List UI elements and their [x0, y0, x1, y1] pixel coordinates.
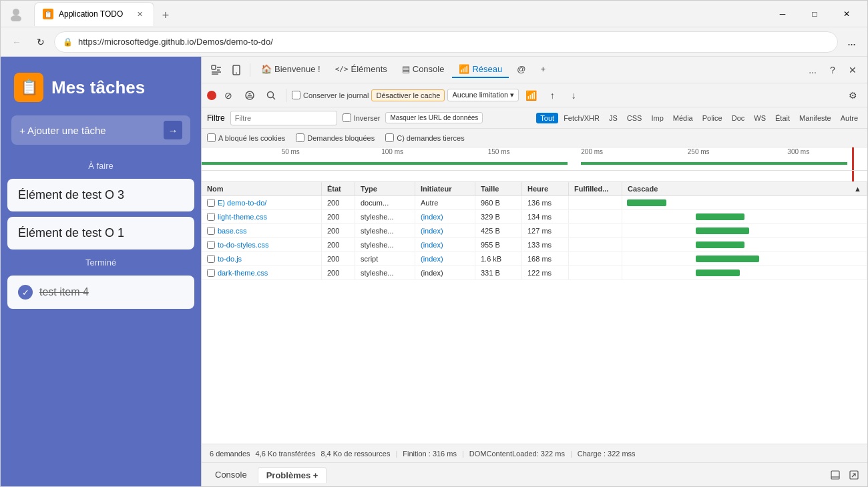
row-1-initiator: Autre	[415, 196, 475, 209]
tab-elements[interactable]: </> Éléments	[329, 61, 394, 78]
filter-imp[interactable]: Imp	[647, 113, 667, 123]
upload-icon[interactable]: ↑	[543, 86, 562, 105]
header-heure[interactable]: Heure	[522, 182, 569, 195]
svg-point-13	[268, 91, 274, 97]
tab-console[interactable]: ▤ Console	[395, 61, 451, 78]
maximize-button[interactable]: □	[799, 3, 830, 25]
search-network-icon[interactable]	[262, 86, 280, 105]
row-1-size: 960 B	[475, 196, 522, 209]
header-nom[interactable]: Nom	[202, 182, 322, 195]
devtools-panel: 🏠 Bienvenue ! </> Éléments ▤ Console 📶 R…	[201, 57, 867, 486]
refresh-button[interactable]: ↻	[30, 31, 51, 53]
task-item-1[interactable]: Élément de test O 3	[7, 179, 194, 211]
table-row[interactable]: to-do.js 200 script (index) 1.6 kB 168 m…	[202, 252, 867, 266]
blocked-cookies-checkbox[interactable]: A bloqué les cookies	[207, 133, 285, 142]
filter-doc[interactable]: Doc	[728, 113, 749, 123]
filter-ws[interactable]: WS	[750, 113, 770, 123]
browser-more-button[interactable]: ...	[841, 31, 862, 53]
row-2-name: light-theme.css	[202, 210, 322, 223]
tab-bienvenue[interactable]: 🏠 Bienvenue !	[254, 61, 327, 78]
row-5-checkbox[interactable]	[207, 255, 215, 263]
tab-close-button[interactable]: ✕	[134, 8, 146, 20]
filter-manifeste[interactable]: Manifeste	[795, 113, 835, 123]
task-item-done-1[interactable]: ✓ test item 4	[7, 276, 194, 309]
row-3-status: 200	[322, 224, 355, 237]
download-icon[interactable]: ↓	[564, 86, 583, 105]
filter-js[interactable]: JS	[605, 113, 622, 123]
keep-log-input[interactable]	[292, 91, 300, 99]
timeline-300ms: 300 ms	[787, 148, 809, 155]
throttle-dropdown[interactable]: Aucune limitation ▾	[447, 89, 519, 101]
undock-icon[interactable]	[846, 467, 862, 483]
add-task-arrow: →	[164, 121, 182, 139]
row-6-checkbox[interactable]	[207, 269, 215, 277]
wifi-simulate-icon[interactable]: 📶	[521, 86, 540, 105]
header-taille[interactable]: Taille	[475, 182, 522, 195]
row-3-name: base.css	[202, 224, 322, 237]
tab-title: Application TODO	[59, 9, 123, 19]
table-header: Nom État Type Initiateur Taille Heure Fu…	[202, 182, 867, 196]
network-settings-icon[interactable]: ⚙	[843, 86, 862, 105]
status-requests: 6 demandes	[210, 450, 250, 458]
row-3-type: styleshe...	[355, 224, 415, 237]
blocked-requests-checkbox[interactable]: Demandes bloquées	[296, 133, 375, 142]
keep-log-checkbox[interactable]: Conserver le journal	[292, 91, 369, 99]
hide-data-url-button[interactable]: Masquer les URL de données	[385, 112, 483, 123]
devtools-help-button[interactable]: ?	[823, 61, 842, 79]
network-filter-icon[interactable]	[240, 86, 259, 105]
row-2-fulfilled	[569, 210, 622, 223]
network-table[interactable]: Nom État Type Initiateur Taille Heure Fu…	[202, 182, 867, 444]
tab-plus[interactable]: +	[533, 61, 552, 78]
disable-cache-button[interactable]: Désactiver le cache	[371, 89, 445, 101]
row-4-checkbox[interactable]	[207, 241, 215, 249]
table-row[interactable]: dark-theme.css 200 styleshe... (index) 3…	[202, 266, 867, 280]
record-button[interactable]	[207, 91, 216, 100]
tab-problems[interactable]: Problèmes +	[258, 467, 327, 483]
device-mode-icon[interactable]	[227, 61, 246, 79]
header-etat[interactable]: État	[322, 182, 355, 195]
header-fulfilled[interactable]: Fulfilled...	[569, 182, 622, 195]
filter-etait[interactable]: Était	[771, 113, 794, 123]
bottom-tabs: Console Problèmes +	[202, 462, 867, 486]
check-icon: ✓	[18, 285, 33, 300]
browser-tab[interactable]: 📋 Application TODO ✕	[34, 2, 154, 26]
header-cascade[interactable]: Cascade ▲	[622, 182, 867, 195]
filter-autre[interactable]: Autre	[837, 113, 862, 123]
clear-button[interactable]: ⊘	[219, 86, 238, 105]
row-6-initiator: (index)	[415, 266, 475, 280]
add-task-button[interactable]: + Ajouter une tâche →	[11, 115, 190, 145]
filter-css[interactable]: CSS	[623, 113, 646, 123]
row-3-checkbox[interactable]	[207, 227, 215, 235]
profile-icon[interactable]	[6, 4, 26, 24]
row-1-checkbox[interactable]	[207, 199, 215, 207]
task-item-2[interactable]: Élément de test O 1	[7, 217, 194, 250]
filter-fetch-xhr[interactable]: Fetch/XHR	[560, 113, 604, 123]
devtools-close-button[interactable]: ✕	[843, 61, 862, 79]
tab-reseau[interactable]: 📶 Réseau	[452, 61, 509, 78]
new-tab-button[interactable]: +	[156, 6, 176, 26]
filter-input[interactable]	[230, 111, 337, 125]
table-row[interactable]: base.css 200 styleshe... (index) 425 B 1…	[202, 224, 867, 238]
dock-bottom-icon[interactable]	[827, 467, 843, 483]
third-party-checkbox[interactable]: C) demandes tierces	[385, 133, 465, 142]
filter-tout[interactable]: Tout	[536, 113, 558, 123]
invert-checkbox[interactable]: Inverser	[343, 113, 381, 122]
inspect-element-icon[interactable]	[207, 61, 226, 79]
tab-console-bottom[interactable]: Console	[207, 467, 255, 482]
table-row[interactable]: to-do-styles.css 200 styleshe... (index)…	[202, 238, 867, 252]
row-2-checkbox[interactable]	[207, 213, 215, 221]
table-row[interactable]: light-theme.css 200 styleshe... (index) …	[202, 210, 867, 224]
filter-media[interactable]: Média	[669, 113, 697, 123]
back-button[interactable]: ←	[6, 31, 27, 53]
row-1-cascade-bar	[627, 199, 666, 206]
devtools-more-button[interactable]: ...	[803, 61, 822, 79]
tab-at[interactable]: @	[510, 61, 532, 78]
header-type[interactable]: Type	[355, 182, 415, 195]
filter-police[interactable]: Police	[698, 113, 726, 123]
table-row[interactable]: E) demo-to-do/ 200 docum... Autre 960 B …	[202, 196, 867, 210]
close-button[interactable]: ✕	[831, 3, 862, 25]
header-initiateur[interactable]: Initiateur	[415, 182, 475, 195]
minimize-button[interactable]: ─	[767, 3, 798, 25]
url-bar[interactable]: 🔒 https://microsoftedge.github.io/Demos/…	[54, 31, 838, 53]
row-4-cascade-bar	[696, 241, 744, 248]
